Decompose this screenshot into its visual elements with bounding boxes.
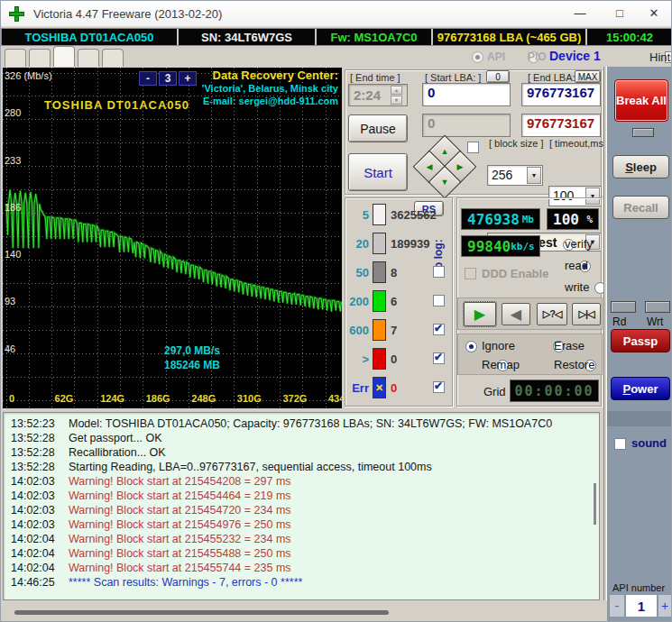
log-entry: 14:02:03 Warning! Block start at 2154544… xyxy=(4,489,599,503)
recall-button[interactable]: Recall xyxy=(612,196,669,219)
start-lba-zero-button[interactable]: 0 xyxy=(486,70,510,83)
zoom-level: 3 xyxy=(159,71,177,86)
hints-label: Hints xyxy=(649,50,672,64)
to-log-checkbox[interactable]: ✔ xyxy=(433,324,445,335)
end-time-spinner[interactable]: ▴ ▾ xyxy=(391,86,402,105)
sleep-button[interactable]: Sleep xyxy=(612,155,669,178)
log-timestamp: 13:52:28 xyxy=(11,445,61,460)
svg-text:124G: 124G xyxy=(100,393,124,404)
ignore-radio[interactable] xyxy=(465,341,477,352)
speed-graph: 326 (Mb/s)2802331861409346062G124G186G24… xyxy=(3,68,342,408)
nav-checkbox[interactable]: ✔ xyxy=(467,142,479,153)
to-log-checkbox[interactable]: ✔ xyxy=(433,381,445,393)
defect-action-strip: Ignore Erase Remap Restore xyxy=(457,334,603,375)
api-minus-button[interactable]: - xyxy=(609,594,625,617)
end-lba-field[interactable]: 976773167 xyxy=(521,83,601,106)
playback-strip: ▶ ◀ ▷?◁ ▷|◁ xyxy=(457,297,603,330)
start-lba-field[interactable]: 0 xyxy=(422,83,511,106)
log-timestamp: 13:52:23 xyxy=(11,416,61,431)
latency-counter-row: 600 ✕ 7 ✔ xyxy=(345,318,454,342)
log-entry: 14:02:04 Warning! Block start at 2154552… xyxy=(4,532,599,546)
minimize-button[interactable]: — xyxy=(569,5,591,22)
drive-firmware: Fw: MS1OA7C0 xyxy=(317,29,433,45)
back-button[interactable]: ◀ xyxy=(502,303,530,325)
ddd-enable-checkbox: ✔ xyxy=(465,268,476,279)
banner-title: Data Recovery Center: xyxy=(202,69,338,82)
position-unit: Mb xyxy=(522,214,534,225)
log-entry: 13:52:28 Recallibration... OK xyxy=(4,445,599,460)
start-button-label: Start xyxy=(364,165,392,180)
log-list: 13:52:23 Model: TOSHIBA DT01ACA050; Capa… xyxy=(4,416,599,590)
end-lba-max-button[interactable]: MAX xyxy=(575,70,601,83)
play-button[interactable]: ▶ xyxy=(464,302,496,326)
pause-button[interactable]: Pause xyxy=(348,114,408,142)
api-radio[interactable] xyxy=(472,51,483,63)
latency-count: 7 xyxy=(391,324,397,337)
latency-color-block: ✕ xyxy=(373,290,386,312)
step-icon: ▷|◁ xyxy=(579,308,594,320)
banner-location: 'Victoria', Belarus, Minsk city xyxy=(202,82,338,95)
timer-lcd: 00:00:00 xyxy=(510,380,599,402)
sidebar-band xyxy=(607,411,672,426)
start-button[interactable]: Start xyxy=(348,153,408,191)
grid-label: Grid xyxy=(483,385,506,398)
log-horizontal-scrollbar[interactable] xyxy=(14,610,389,615)
bottom-bar xyxy=(1,600,607,622)
title-bar: Victoria 4.47 Freeware (2013-02-20) — □ … xyxy=(1,1,672,27)
zoom-in-button[interactable]: + xyxy=(179,71,197,86)
speed-unit: kb/s xyxy=(511,241,535,252)
latency-count: 3625562 xyxy=(391,208,437,222)
speed-value: 99840 xyxy=(467,238,511,255)
tab[interactable] xyxy=(53,46,75,67)
tab[interactable] xyxy=(102,49,124,67)
log-vertical-scrollbar[interactable] xyxy=(594,483,596,525)
latency-color-block: ✕ xyxy=(373,348,386,370)
app-icon xyxy=(9,6,24,22)
tab[interactable] xyxy=(5,49,26,67)
tab[interactable] xyxy=(29,49,51,67)
log-entry: 14:02:04 Warning! Block start at 2154557… xyxy=(4,561,599,575)
to-log-checkbox[interactable]: ✔ xyxy=(433,266,445,278)
spin-up-icon[interactable]: ▴ xyxy=(391,86,402,95)
sound-checkbox[interactable]: ✔ xyxy=(614,438,626,450)
block-size-label: [ block size ] xyxy=(489,138,544,149)
end-time-field[interactable]: 2:24 ▴ ▾ xyxy=(348,84,408,106)
latency-counter-row: 20 ✕ 189939 ✔ xyxy=(345,232,454,255)
to-log-checkbox[interactable]: ✔ xyxy=(433,295,445,306)
power-button[interactable]: Power xyxy=(611,377,670,400)
step-button[interactable]: ▷|◁ xyxy=(572,303,601,325)
sleep-label: Sleep xyxy=(625,160,657,174)
end-time-value: 2:24 xyxy=(354,87,381,103)
zoom-out-button[interactable]: - xyxy=(139,71,157,86)
close-button[interactable]: ✕ xyxy=(643,5,665,22)
svg-text:186G: 186G xyxy=(146,393,170,404)
remap-label: Remap xyxy=(482,358,520,371)
svg-text:372G: 372G xyxy=(282,393,307,404)
latency-threshold-label: 20 xyxy=(345,237,369,251)
event-log[interactable]: 13:52:23 Model: TOSHIBA DT01ACA050; Capa… xyxy=(3,412,600,600)
log-message: Starting Reading, LBA=0..976773167, sequ… xyxy=(69,460,432,474)
api-plus-button[interactable]: + xyxy=(658,594,672,617)
to-log-checkbox[interactable]: ✔ xyxy=(433,352,445,364)
drive-info-bar: TOSHIBA DT01ACA050 SN: 34LT6W7GS Fw: MS1… xyxy=(1,28,672,46)
svg-text:233: 233 xyxy=(5,155,21,166)
block-size-select[interactable]: 256 ▾ xyxy=(487,165,543,186)
latency-threshold-label: Err xyxy=(345,381,369,395)
seek-error-button[interactable]: ▷?◁ xyxy=(537,303,567,325)
check-icon: ✔ xyxy=(434,322,443,334)
break-all-button[interactable]: Break All xyxy=(614,79,668,122)
chevron-down-icon[interactable]: ▾ xyxy=(527,167,541,184)
log-message: Model: TOSHIBA DT01ACA050; Capacity: 976… xyxy=(69,416,552,431)
passport-button[interactable]: Passp xyxy=(611,329,670,352)
latency-counter-row: 50 ✕ 8 ✔ xyxy=(345,261,454,284)
maximize-button[interactable]: □ xyxy=(609,5,631,22)
log-message: Recallibration... OK xyxy=(69,445,166,460)
svg-text:93: 93 xyxy=(5,296,15,306)
graph-readout: 297,0 MB/s 185246 MB xyxy=(127,343,257,372)
latency-counters-panel: RS to log: 5 ✕ 3625562 ✔ 20 ✕ 189939 ✔ 5… xyxy=(345,197,453,407)
log-entry: 14:02:04 Warning! Block start at 2154554… xyxy=(4,546,599,561)
tab[interactable] xyxy=(78,49,99,67)
spin-down-icon[interactable]: ▾ xyxy=(391,96,402,105)
log-entry: 13:52:28 Starting Reading, LBA=0..976773… xyxy=(4,460,599,474)
log-timestamp: 13:52:28 xyxy=(11,431,61,445)
